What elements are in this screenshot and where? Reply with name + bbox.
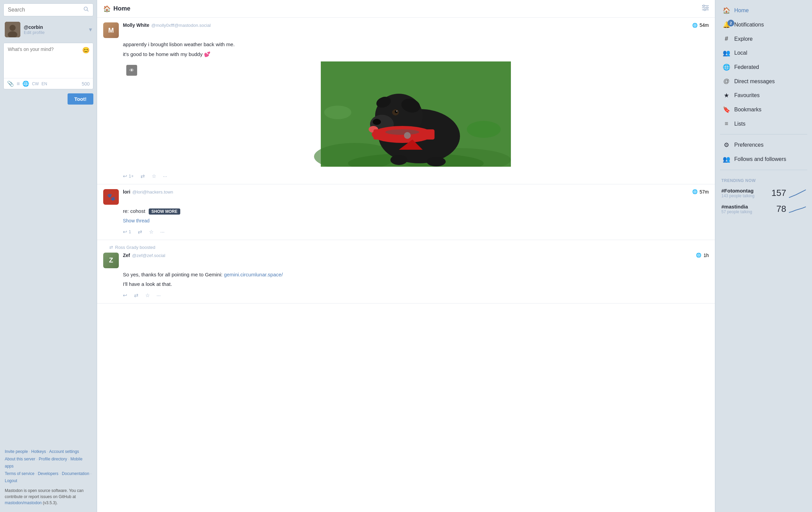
- nav-divider: [720, 134, 807, 134]
- sidebar-footer: Invite people · Hotkeys · Account settin…: [3, 445, 93, 509]
- show-more-button[interactable]: SHOW MORE: [149, 208, 180, 215]
- post-header: Z Zef @zef@zef.social 🌐 1h: [103, 253, 709, 268]
- developers-link[interactable]: Developers: [38, 471, 58, 476]
- trending-item-fotomontag[interactable]: #Fotomontag 143 people talking 157: [721, 188, 806, 198]
- cw-label[interactable]: CW: [32, 81, 39, 86]
- favourite-action[interactable]: ☆: [149, 229, 153, 235]
- about-server-link[interactable]: About this server: [5, 457, 35, 461]
- favourite-action[interactable]: ☆: [152, 173, 156, 179]
- gemini-link[interactable]: gemini.circumlunar.space/: [224, 272, 283, 277]
- svg-point-8: [703, 5, 705, 7]
- dog-image-svg: [123, 61, 709, 167]
- author-name: Zef: [123, 253, 130, 258]
- ellipsis-icon: ···: [160, 229, 165, 235]
- post-actions: ↩ 1 ⇄ ☆ ···: [123, 229, 709, 235]
- favourite-action[interactable]: ☆: [145, 292, 150, 298]
- avatar: M: [103, 22, 119, 38]
- avatar: 🐾: [103, 189, 119, 205]
- search-input[interactable]: [8, 7, 81, 13]
- attach-icon[interactable]: 📎: [7, 80, 14, 87]
- trending-section: TRENDING NOW #Fotomontag 143 people talk…: [715, 173, 812, 224]
- sidebar-item-follows-followers[interactable]: 👥 Follows and followers: [720, 152, 807, 166]
- post-header: M Molly White @molly0xfff@mastodon.socia…: [103, 22, 709, 38]
- profile-directory-link[interactable]: Profile directory: [39, 457, 67, 461]
- boost-action[interactable]: ⇄: [138, 229, 142, 235]
- boost-action[interactable]: ⇄: [141, 173, 145, 179]
- star-icon: ☆: [145, 292, 150, 298]
- boost-icon: ⇄: [138, 229, 142, 235]
- home-icon: 🏠: [103, 5, 111, 13]
- filter-icon[interactable]: [702, 5, 709, 13]
- trending-info: #Fotomontag 143 people talking: [721, 188, 767, 198]
- nav-label: Explore: [734, 36, 805, 42]
- post-time: 🌐 1h: [696, 253, 709, 258]
- profile-edit-label[interactable]: Edit profile: [24, 30, 86, 35]
- ellipsis-icon: ···: [163, 173, 167, 179]
- svg-point-3: [10, 25, 16, 31]
- author-line: Molly White @molly0xfff@mastodon.social: [123, 22, 688, 28]
- secondary-nav-section: ⚙ Preferences 👥 Follows and followers: [715, 138, 812, 166]
- compose-box: 😊 📎 ≡ 🌐 CW EN 500: [3, 43, 93, 89]
- author-name: Molly White: [123, 22, 149, 28]
- trending-tag: #mastindia: [721, 204, 767, 209]
- more-action[interactable]: ···: [163, 173, 167, 179]
- sidebar-item-favourites[interactable]: ★ Favourites: [720, 88, 807, 103]
- hide-image-button[interactable]: 👁: [126, 65, 137, 76]
- trending-people: 143 people talking: [721, 194, 767, 198]
- avatar: [5, 22, 20, 37]
- formatting-icon[interactable]: ≡: [17, 81, 20, 87]
- federated-icon: 🌐: [723, 63, 730, 71]
- sidebar-item-federated[interactable]: 🌐 Federated: [720, 60, 807, 74]
- documentation-link[interactable]: Documentation: [62, 471, 89, 476]
- sidebar-item-notifications[interactable]: 🔔 2 Notifications: [720, 18, 807, 32]
- reply-count: 1: [129, 229, 131, 234]
- sidebar-item-home[interactable]: 🏠 Home: [720, 3, 807, 18]
- hotkeys-link[interactable]: Hotkeys: [31, 449, 46, 454]
- post-text: re: cohost SHOW MORE: [123, 207, 709, 215]
- post-time: 🌐 54m: [692, 22, 709, 28]
- svg-point-32: [385, 129, 419, 135]
- post-content: apparently i brought lisbon weather back…: [123, 41, 709, 169]
- sidebar-item-explore[interactable]: # Explore: [720, 32, 807, 46]
- logout-link[interactable]: Logout: [5, 478, 17, 483]
- post-text: So yes, thanks for all pointing me to Ge…: [123, 271, 709, 279]
- reply-action[interactable]: ↩ 1+: [123, 173, 134, 179]
- sidebar-item-direct-messages[interactable]: @ Direct messages: [720, 74, 807, 88]
- boost-action[interactable]: ⇄: [134, 292, 139, 298]
- chevron-down-icon[interactable]: ▾: [89, 26, 92, 33]
- sidebar-item-preferences[interactable]: ⚙ Preferences: [720, 138, 807, 152]
- reply-action[interactable]: ↩: [123, 292, 127, 298]
- post-meta: Zef @zef@zef.social: [123, 253, 692, 258]
- trending-item-mastindia[interactable]: #mastindia 57 people talking 78: [721, 204, 806, 214]
- sidebar-item-bookmarks[interactable]: 🔖 Bookmarks: [720, 103, 807, 117]
- post-molly: M Molly White @molly0xfff@mastodon.socia…: [97, 18, 715, 184]
- globe-icon[interactable]: 🌐: [22, 80, 29, 87]
- author-name: lori: [123, 189, 130, 195]
- ellipsis-icon: ···: [156, 292, 161, 298]
- more-action[interactable]: ···: [156, 292, 161, 298]
- invite-people-link[interactable]: Invite people: [5, 449, 28, 454]
- center-feed: 🏠 Home M Molly White @molly0xfff@mast: [97, 0, 715, 512]
- bookmark-icon: 🔖: [723, 106, 730, 113]
- nav-section: 🏠 Home 🔔 2 Notifications # Explore 👥 Loc…: [715, 3, 812, 131]
- author-handle: @lori@hackers.town: [132, 189, 173, 195]
- post-actions: ↩ ⇄ ☆ ···: [123, 292, 709, 298]
- compose-textarea[interactable]: [4, 43, 93, 77]
- reply-count: 1+: [129, 173, 134, 179]
- sidebar-item-lists[interactable]: ≡ Lists: [720, 117, 807, 131]
- show-thread-link[interactable]: Show thread: [123, 218, 150, 223]
- account-settings-link[interactable]: Account settings: [49, 449, 79, 454]
- github-link[interactable]: mastodon/mastodon: [5, 500, 42, 505]
- toot-button[interactable]: Toot!: [68, 93, 93, 105]
- reply-action[interactable]: ↩ 1: [123, 229, 131, 235]
- post-meta: Molly White @molly0xfff@mastodon.social: [123, 22, 688, 28]
- compose-toolbar: 📎 ≡ 🌐 CW EN 500: [4, 78, 93, 89]
- lang-label[interactable]: EN: [41, 81, 47, 86]
- terms-of-service-link[interactable]: Terms of service: [5, 471, 34, 476]
- emoji-icon[interactable]: 😊: [82, 47, 90, 54]
- sidebar-item-local[interactable]: 👥 Local: [720, 46, 807, 60]
- more-action[interactable]: ···: [160, 229, 165, 235]
- search-icon: [84, 6, 89, 13]
- time-label: 54m: [700, 22, 709, 28]
- author-handle: @molly0xfff@mastodon.social: [151, 23, 211, 28]
